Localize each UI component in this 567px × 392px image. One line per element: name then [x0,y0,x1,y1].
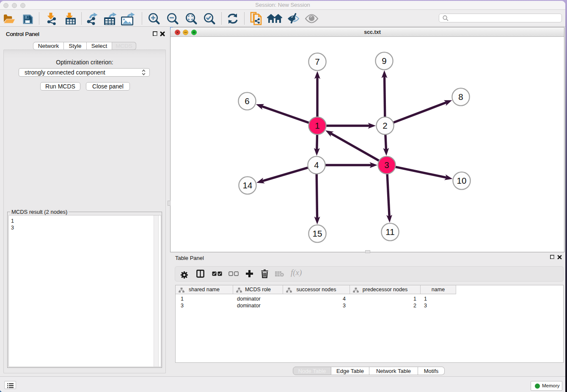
svg-text:15: 15 [313,229,322,238]
svg-text:14: 14 [243,180,253,190]
svg-text:6: 6 [245,96,249,106]
svg-text:10: 10 [457,176,467,185]
svg-text:1: 1 [315,121,319,130]
svg-text:7: 7 [315,57,319,66]
svg-text:8: 8 [458,92,463,102]
svg-text:2: 2 [383,121,387,130]
svg-text:11: 11 [385,227,394,237]
svg-text:9: 9 [382,56,386,66]
svg-text:3: 3 [384,160,389,170]
svg-text:4: 4 [314,160,319,170]
